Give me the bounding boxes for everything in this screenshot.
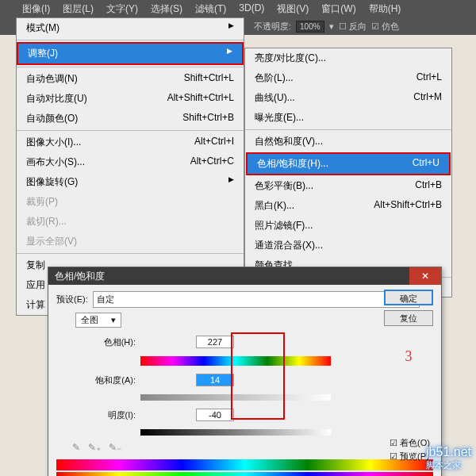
menubar-item[interactable]: 帮助(H) [363, 0, 408, 17]
menu-item[interactable]: 模式(M) [17, 18, 244, 38]
submenu-item[interactable]: 通道混合器(X)... [245, 236, 451, 255]
submenu-item[interactable]: 色相/饱和度(H)...Ctrl+U [248, 154, 449, 174]
gradient-after [56, 472, 433, 476]
gradient-before [56, 459, 433, 470]
menubar-item[interactable]: 图层(L) [56, 0, 100, 17]
preset-label: 预设(E): [56, 294, 88, 305]
menubar-item[interactable]: 图像(I) [16, 0, 56, 17]
dither-checkbox[interactable]: ☑ 仿色 [371, 21, 399, 33]
menubar-item[interactable]: 视图(V) [271, 0, 315, 17]
eyedropper-plus-icon[interactable]: ✎₊ [88, 442, 101, 453]
colorize-checkbox[interactable]: ☑ 着色(O) [390, 437, 430, 449]
menu-item[interactable]: 画布大小(S)...Alt+Ctrl+C [17, 152, 244, 172]
dialog-title: 色相/饱和度 [55, 270, 105, 283]
step-badge: 3 [405, 348, 413, 365]
cancel-button[interactable]: 复位 [384, 310, 433, 326]
submenu-item[interactable]: 色阶(L)...Ctrl+L [245, 68, 451, 88]
menu-item: 裁剪(P) [17, 192, 244, 212]
preset-select[interactable]: 自定▾ [93, 291, 420, 308]
opacity-field[interactable]: 100% [296, 21, 324, 33]
watermark: jb51.net 脚本之家 [426, 445, 471, 471]
preview-checkbox[interactable]: ☑ 预览(P) [390, 451, 430, 463]
ok-button[interactable]: 确定 [384, 290, 433, 305]
menubar-item[interactable]: 窗口(W) [315, 0, 362, 17]
menu-item[interactable]: 调整(J) [18, 44, 242, 63]
hue-label: 色相(H): [56, 336, 136, 348]
menu-item: 裁切(R)... [17, 212, 244, 232]
submenu-item[interactable]: 曝光度(E)... [245, 108, 451, 128]
hue-input[interactable]: 227 [196, 336, 234, 348]
submenu-item[interactable]: 曲线(U)...Ctrl+M [245, 88, 451, 108]
submenu-item[interactable]: 照片滤镜(F)... [245, 216, 451, 236]
lightness-label: 明度(I): [56, 409, 136, 421]
saturation-input[interactable]: 14 [196, 374, 234, 386]
menubar: 图像(I)图层(L)文字(Y)选择(S)滤镜(T)3D(D)视图(V)窗口(W)… [0, 0, 476, 17]
lightness-slider[interactable] [140, 429, 331, 436]
dialog-titlebar[interactable]: 色相/饱和度 ✕ [48, 267, 441, 285]
menu-item[interactable]: 自动对比度(U)Alt+Shift+Ctrl+L [17, 89, 244, 109]
eyedropper-icon[interactable]: ✎ [72, 442, 80, 453]
submenu-item[interactable]: 自然饱和度(V)... [245, 132, 451, 152]
channel-select[interactable]: 全图▾ [75, 313, 121, 328]
menubar-item[interactable]: 3D(D) [232, 0, 271, 17]
adjustments-submenu: 亮度/对比度(C)...色阶(L)...Ctrl+L曲线(U)...Ctrl+M… [244, 48, 452, 298]
menubar-item[interactable]: 选择(S) [144, 0, 189, 17]
opacity-label: 不透明度: [254, 21, 291, 33]
submenu-item[interactable]: 色彩平衡(B)...Ctrl+B [245, 176, 451, 196]
lightness-input[interactable]: -40 [196, 409, 234, 421]
submenu-item[interactable]: 亮度/对比度(C)... [245, 48, 451, 68]
hue-saturation-dialog: 色相/饱和度 ✕ 预设(E): 自定▾ 玩 确定 复位 3 全图▾ 色相(H):… [48, 267, 442, 476]
saturation-label: 饱和度(A): [56, 374, 136, 386]
menu-item[interactable]: 自动色调(N)Shift+Ctrl+L [17, 69, 244, 89]
menubar-item[interactable]: 滤镜(T) [189, 0, 232, 17]
eyedropper-minus-icon[interactable]: ✎₋ [109, 442, 121, 453]
menubar-item[interactable]: 文字(Y) [100, 0, 144, 17]
submenu-item[interactable]: 黑白(K)...Alt+Shift+Ctrl+B [245, 196, 451, 216]
menu-item[interactable]: 图像大小(I)...Alt+Ctrl+I [17, 132, 244, 152]
chevron-down-icon[interactable]: ▾ [329, 21, 334, 32]
values-highlight [231, 332, 285, 420]
reverse-checkbox[interactable]: ☐ 反向 [339, 21, 367, 33]
chevron-down-icon: ▾ [111, 315, 116, 325]
menu-item: 显示全部(V) [17, 232, 244, 251]
close-icon[interactable]: ✕ [409, 267, 441, 285]
menu-item[interactable]: 图像旋转(G) [17, 172, 244, 192]
menu-item[interactable]: 自动颜色(O)Shift+Ctrl+B [17, 109, 244, 129]
